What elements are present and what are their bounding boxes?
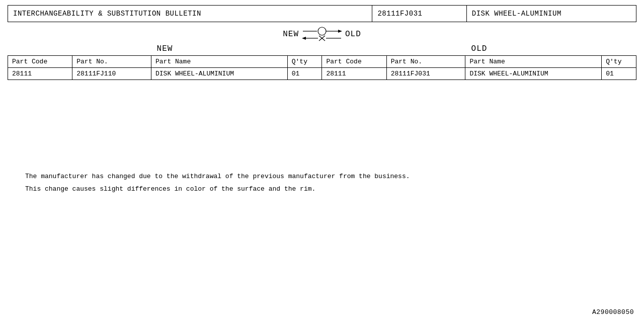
note-line-2: This change causes slight differences in…	[25, 183, 636, 195]
col-header-new-partcode: Part Code	[8, 56, 72, 68]
col-header-new-qty: Q'ty	[287, 56, 322, 68]
old-part-code: 28111	[322, 68, 386, 80]
direction-indicator: NEW OLD	[8, 26, 636, 42]
page-wrapper: INTERCHANGEABILITY & SUBSTITUTION BULLET…	[0, 0, 644, 322]
old-part-no: 28111FJ031	[386, 68, 465, 80]
col-header-old-partno: Part No.	[386, 56, 465, 68]
col-header-new-partname: Part Name	[151, 56, 288, 68]
svg-point-1	[318, 27, 326, 35]
direction-symbol	[302, 26, 342, 42]
header-table: INTERCHANGEABILITY & SUBSTITUTION BULLET…	[8, 5, 636, 22]
col-header-new-partno: Part No.	[72, 56, 151, 68]
section-labels: NEW OLD	[8, 44, 636, 53]
new-part-code: 28111	[8, 68, 72, 80]
doc-number: A290008050	[592, 308, 634, 316]
table-row: 28111 28111FJ110 DISK WHEEL-ALUMINIUM 01…	[8, 68, 636, 80]
table-header-row: Part Code Part No. Part Name Q'ty Part C…	[8, 56, 636, 68]
col-header-old-partname: Part Name	[465, 56, 602, 68]
old-direction-label: OLD	[345, 30, 361, 39]
svg-marker-5	[302, 37, 306, 40]
new-section-label: NEW	[8, 44, 322, 53]
new-direction-label: NEW	[283, 30, 299, 39]
header-code: 28111FJ031	[372, 6, 466, 22]
col-header-old-partcode: Part Code	[322, 56, 386, 68]
header-title: INTERCHANGEABILITY & SUBSTITUTION BULLET…	[8, 6, 372, 22]
data-table: Part Code Part No. Part Name Q'ty Part C…	[8, 55, 636, 80]
old-section-label: OLD	[322, 44, 636, 53]
old-part-name: DISK WHEEL-ALUMINIUM	[465, 68, 602, 80]
note-line-1: The manufacturer has changed due to the …	[25, 171, 636, 182]
new-part-no: 28111FJ110	[72, 68, 151, 80]
header-part-name: DISK WHEEL-ALUMINIUM	[466, 6, 636, 22]
col-header-old-qty: Q'ty	[602, 56, 636, 68]
new-qty: 01	[287, 68, 322, 80]
notes-area: The manufacturer has changed due to the …	[8, 171, 636, 195]
svg-marker-3	[338, 30, 342, 33]
old-qty: 01	[602, 68, 636, 80]
new-part-name: DISK WHEEL-ALUMINIUM	[151, 68, 288, 80]
